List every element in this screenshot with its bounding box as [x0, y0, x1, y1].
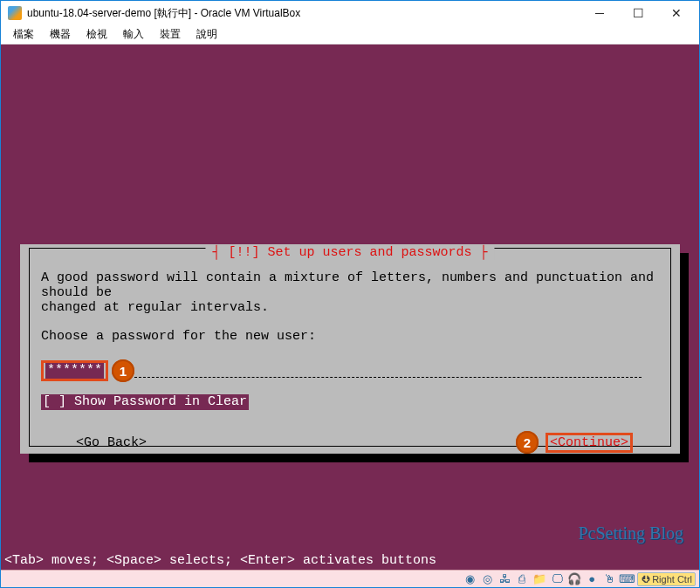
network-icon[interactable]: 🖧 [498, 572, 511, 586]
host-key-indicator[interactable]: ⮋ Right Ctrl [637, 572, 696, 586]
menu-machine[interactable]: 機器 [50, 27, 71, 42]
window-title: ubuntu-18.04-server-demo [執行中] - Oracle … [27, 6, 580, 21]
statusbar: ◉ ◎ 🖧 ⎙ 📁 🖵 🎧 ● 🖱 ⌨ ⮋ Right Ctrl [1, 570, 699, 587]
keyboard-icon[interactable]: ⌨ [620, 572, 634, 586]
go-back-button[interactable]: <Go Back> [76, 435, 147, 450]
annotation-box-1: ******* [41, 360, 108, 381]
password-field-line[interactable] [134, 363, 659, 379]
shared-folder-icon[interactable]: 📁 [532, 572, 546, 586]
titlebar: ubuntu-18.04-server-demo [執行中] - Oracle … [1, 1, 699, 25]
menu-devices[interactable]: 裝置 [160, 27, 181, 42]
annotation-badge-2: 2 [516, 431, 539, 454]
installer-dialog: ┤ [!!] Set up users and passwords ├ A go… [20, 244, 680, 454]
continue-button[interactable]: <Continue> [550, 435, 628, 450]
dialog-text-line2: changed at regular intervals. [41, 300, 659, 315]
audio-icon[interactable]: 🎧 [567, 572, 581, 586]
mouse-integration-icon[interactable]: 🖱 [602, 572, 616, 586]
host-key-arrow-icon: ⮋ [641, 573, 650, 585]
menubar: 檔案 機器 檢視 輸入 裝置 說明 [1, 25, 699, 44]
annotation-box-2: <Continue> [546, 433, 633, 453]
virtualbox-icon [8, 6, 22, 20]
menu-help[interactable]: 說明 [196, 27, 217, 42]
menu-input[interactable]: 輸入 [123, 27, 144, 42]
minimize-button[interactable]: ─ [580, 2, 619, 24]
close-button[interactable]: ✕ [657, 2, 696, 24]
usb-icon[interactable]: ⎙ [515, 572, 529, 586]
optical-icon[interactable]: ◎ [480, 572, 494, 586]
show-password-checkbox[interactable]: [ ] Show Password in Clear [41, 394, 249, 410]
annotation-badge-1: 1 [112, 359, 134, 382]
guest-screen[interactable]: ┤ [!!] Set up users and passwords ├ A go… [1, 44, 699, 570]
dialog-text-line1: A good password will contain a mixture o… [41, 270, 659, 300]
display-icon[interactable]: 🖵 [550, 572, 564, 586]
host-key-label: Right Ctrl [652, 573, 692, 585]
menu-file[interactable]: 檔案 [13, 27, 34, 42]
password-input[interactable]: ******* [45, 363, 104, 379]
key-hints: <Tab> moves; <Space> selects; <Enter> ac… [4, 553, 436, 568]
menu-view[interactable]: 檢視 [86, 27, 107, 42]
virtualbox-window: ubuntu-18.04-server-demo [執行中] - Oracle … [0, 0, 700, 588]
maximize-button[interactable]: ☐ [619, 2, 657, 24]
dialog-prompt: Choose a password for the new user: [41, 329, 659, 344]
recording-icon[interactable]: ● [585, 572, 599, 586]
hdd-icon[interactable]: ◉ [463, 572, 477, 586]
watermark: PcSetting Blog [578, 523, 683, 544]
